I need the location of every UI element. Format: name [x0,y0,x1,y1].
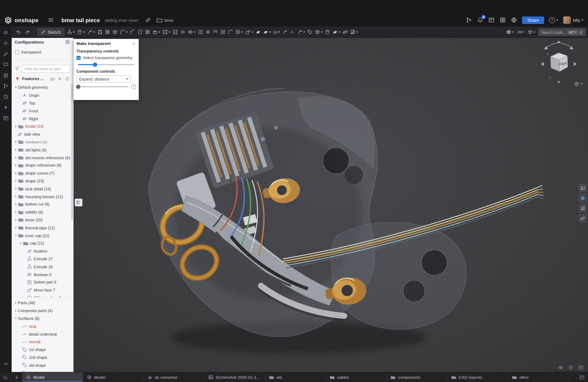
dropdown-caret-icon[interactable] [158,31,161,33]
frame-tool-button[interactable] [314,29,323,35]
tab-model[interactable]: Model [83,372,144,382]
named-views-icon[interactable] [579,184,587,192]
performance-icon[interactable] [1,359,10,368]
notes-icon[interactable] [1,71,10,80]
tag-feature-tool-button[interactable] [307,29,313,35]
hole-tool-button[interactable] [152,29,161,35]
versions-icon[interactable] [1,81,10,91]
tab-other[interactable]: other [509,372,569,382]
configurations-table-icon[interactable] [65,39,70,45]
versions-graph-icon[interactable] [466,17,472,23]
notifications-bell-icon[interactable]: 6 [477,17,483,23]
caret-right-icon[interactable] [14,148,18,152]
tab-cables[interactable]: cables [326,372,387,382]
feature-tree-item[interactable]: locate (19) [12,122,73,130]
main-menu-icon[interactable] [48,17,54,23]
caret-right-icon[interactable] [14,179,18,183]
feature-tree-item[interactable]: Surface 4 [12,369,73,372]
tab-model[interactable]: Model [22,372,84,382]
insert-icon[interactable] [1,28,10,37]
caret-down-icon[interactable] [14,233,18,238]
dropdown-caret-icon[interactable] [83,31,85,33]
model-viewport[interactable]: Right Z X [74,27,588,372]
feature-tree-popout-button[interactable] [75,199,83,206]
mirror-tool-button[interactable] [180,29,186,35]
feature-tree-item[interactable]: shape (23) [12,177,73,185]
units-tool-button[interactable]: 3S [517,30,525,34]
dropdown-caret-icon[interactable] [512,31,514,33]
feature-tree-item[interactable]: Extrude 26 [12,263,73,270]
view-options-menu[interactable] [574,81,583,87]
dropdown-caret-icon[interactable] [241,31,243,33]
expand-mode-select[interactable]: Expand: distance [77,75,131,82]
caret-right-icon[interactable] [14,308,18,313]
search-tools-button[interactable]: Search tools... alt/⌥ c [538,28,586,36]
tables-panel-icon[interactable] [579,375,585,380]
tab-screenshot-2026-01-10-[interactable]: Screenshot 2026-01-10... [205,372,266,382]
breadcrumb-folder[interactable]: bmw [165,18,173,22]
comments-icon[interactable] [1,60,10,69]
caret-down-icon[interactable] [14,85,18,90]
linear-pattern-tool-button[interactable] [162,29,171,35]
point-tool-button[interactable] [289,29,295,35]
circular-pattern-tool-button[interactable] [172,29,179,35]
search-tabs-button[interactable] [0,372,11,382]
feature-tree-item[interactable]: shape references (8) [12,161,73,169]
feature-tree-item[interactable]: Surfaces (8) [12,314,73,322]
draft-tool-button[interactable] [137,29,143,35]
dropdown-caret-icon[interactable] [356,31,358,33]
undo-button[interactable] [14,28,23,37]
offset-surface-tool-button[interactable] [212,29,219,35]
add-tab-button[interactable] [11,372,22,382]
boolean-tool-button[interactable] [187,29,196,35]
replace-face-tool-button[interactable] [255,29,261,35]
section-tool-button[interactable] [349,29,358,35]
transform-tools-icon[interactable] [1,39,10,48]
slider-thumb[interactable] [93,62,97,67]
split-tool-button[interactable] [197,29,204,35]
feature-tree-item[interactable]: hardware (1) [12,138,73,146]
edge-style-tool-button[interactable] [527,29,536,35]
history-small-icon[interactable] [568,365,573,370]
account-menu[interactable]: billy [563,16,583,24]
feature-tree-item[interactable]: 2nd shape [12,353,73,361]
help-icon[interactable]: ? [131,84,136,89]
caret-right-icon[interactable] [14,163,18,167]
caret-right-icon[interactable] [14,171,18,175]
delete-face-tool-button[interactable] [235,29,244,35]
dropdown-caret-icon[interactable] [278,31,280,33]
caret-right-icon[interactable] [14,140,18,144]
tab-components[interactable]: components [387,372,448,382]
feature-tree-item[interactable]: location [12,247,73,255]
pause-icon[interactable] [57,76,62,81]
caret-right-icon[interactable] [14,187,18,191]
shell-tool-button[interactable] [144,29,151,35]
feature-tree-item[interactable]: Front [12,107,73,115]
document-title[interactable]: bmw tail piece [62,17,100,23]
sketch-button[interactable]: Sketch [37,28,64,36]
caret-right-icon[interactable] [14,226,18,230]
expand-distance-slider[interactable] [78,83,129,90]
feature-tree-item[interactable]: Origin [12,91,73,99]
sheet-metal-tool-button[interactable] [332,29,341,35]
feature-tree-item[interactable]: thermal pipe (21) [12,224,73,231]
revolve-tool-button[interactable] [77,29,85,35]
curve-tool-button[interactable] [297,29,306,35]
feature-tree-item[interactable]: Composite parts (4) [12,307,73,314]
measure-icon[interactable] [579,214,587,223]
feature-tree-item[interactable]: lense (25) [12,216,73,224]
workspace-name[interactable]: adding inner cover [105,18,139,22]
history-icon[interactable] [1,92,10,101]
chamfer-tool-button[interactable] [129,29,136,35]
apps-grid-icon[interactable] [500,17,506,23]
feature-tree-item[interactable]: Extrude 27 [12,255,73,263]
feature-tree-item[interactable]: Delete part 9 [12,278,73,286]
feature-tree-item[interactable]: Parts (48) [12,299,73,307]
fillet-tool-button[interactable] [119,29,128,35]
dropdown-caret-icon[interactable] [168,31,171,33]
feature-tree-item[interactable]: old mounts references (6) [12,154,73,161]
transform-tool-button[interactable] [205,29,211,35]
ai-search-icon[interactable] [1,103,10,112]
caret-down-icon[interactable] [14,316,18,321]
dropdown-caret-icon[interactable] [126,31,128,33]
